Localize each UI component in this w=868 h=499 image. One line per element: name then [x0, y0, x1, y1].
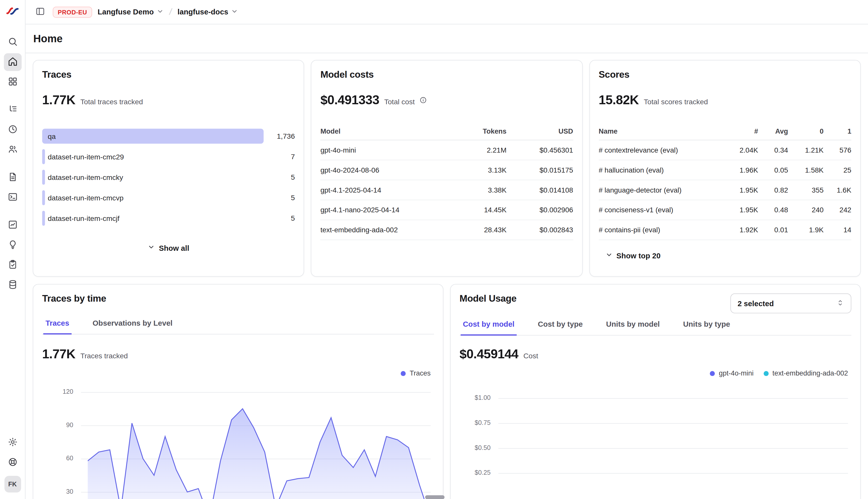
show-all-button[interactable]: Show all [142, 240, 195, 256]
sidebar-item-dashboards[interactable] [3, 73, 21, 91]
y-tick-label: 30 [42, 488, 73, 495]
breadcrumb-separator: / [169, 6, 173, 18]
table-cell: 14 [824, 220, 852, 240]
gridline: $1.00 [498, 398, 848, 399]
legend-item: gpt-4o-mini [710, 369, 753, 377]
trace-bar-row[interactable]: dataset-run-item-cmcjf5 [42, 211, 295, 226]
lifebuoy-icon [8, 457, 17, 468]
bar-fill [42, 211, 45, 226]
table-cell: 25 [824, 160, 852, 180]
table-cell: gpt-4.1-nano-2025-04-14 [320, 200, 443, 220]
scores-metric-label: Total scores tracked [644, 98, 708, 106]
table-cell: 576 [824, 141, 852, 160]
page-title: Home [33, 33, 63, 45]
tab-cost-by-type[interactable]: Cost by type [536, 319, 585, 336]
table-cell: 0.48 [758, 200, 788, 220]
file-text-icon [8, 172, 17, 183]
trace-bar-row[interactable]: dataset-run-item-cmcvp5 [42, 190, 295, 205]
traces-by-time-title: Traces by time [42, 293, 434, 304]
sidebar-item-evaluations[interactable] [3, 256, 21, 274]
legend-dot [763, 371, 769, 376]
sidebar-item-search[interactable] [3, 33, 21, 51]
sidebar-item-datasets[interactable] [3, 276, 21, 294]
table-row[interactable]: gpt-4o-mini2.21M$0.456301 [320, 141, 573, 160]
trace-bar-row[interactable]: dataset-run-item-cmc297 [42, 149, 295, 164]
environment-badge[interactable]: PROD-EU [53, 6, 92, 17]
table-row[interactable]: # hallucination (eval)1.96K0.051.58K25 [598, 160, 851, 180]
sidebar-item-queries[interactable] [3, 216, 21, 234]
sidebar-item-home[interactable] [3, 53, 21, 71]
app-viewport: FK PROD-EU Langfuse Demo / langfuse-docs… [0, 0, 868, 499]
langfuse-logo [6, 5, 19, 17]
table-cell: 0.05 [758, 160, 788, 180]
table-cell: $0.002843 [507, 220, 573, 240]
main-area: PROD-EU Langfuse Demo / langfuse-docs Ho… [26, 0, 868, 499]
sidebar-toggle-button[interactable] [33, 4, 47, 20]
sidebar: FK [0, 0, 26, 499]
legend-item: text-embedding-ada-002 [763, 369, 848, 377]
gridline: $0.25 [498, 473, 848, 474]
legend-dot [401, 371, 406, 376]
model-costs-metric: $0.491333 [320, 93, 379, 108]
sidebar-item-annotations[interactable] [3, 236, 21, 254]
sidebar-item-sessions[interactable] [3, 121, 21, 139]
scores-card-title: Scores [598, 69, 851, 81]
table-header-row: ModelTokensUSD [320, 123, 573, 141]
model-select[interactable]: 2 selected [730, 293, 851, 313]
column-header: 0 [788, 123, 823, 140]
y-tick-label: $0.75 [460, 419, 491, 426]
org-switcher[interactable]: Langfuse Demo [97, 8, 164, 16]
scrollbar-thumb[interactable] [425, 495, 445, 499]
tab-units-by-type[interactable]: Units by type [681, 319, 732, 336]
trace-bar-row[interactable]: qa1,736 [42, 129, 295, 144]
trace-bar-row[interactable]: dataset-run-item-cmcky5 [42, 170, 295, 185]
table-row[interactable]: # contextrelevance (eval)2.04K0.341.21K5… [598, 141, 851, 160]
traces-by-time-card: Traces by time Traces Observations by Le… [33, 284, 443, 499]
table-row[interactable]: # language-detector (eval)1.95K0.823551.… [598, 180, 851, 200]
tab-traces[interactable]: Traces [43, 318, 71, 334]
table-cell: 28.43K [443, 220, 507, 240]
sidebar-item-users[interactable] [3, 141, 21, 159]
table-row[interactable]: gpt-4.1-nano-2025-04-1414.45K$0.002906 [320, 200, 573, 220]
info-icon[interactable] [420, 96, 427, 104]
gridline: $0.50 [498, 448, 848, 449]
table-cell: 3.38K [443, 180, 507, 200]
legend-label: gpt-4o-mini [719, 369, 753, 377]
table-cell: 242 [824, 200, 852, 220]
table-row[interactable]: gpt-4o-2024-08-063.13K$0.015175 [320, 160, 573, 180]
page-title-bar: Home [26, 24, 868, 53]
project-switcher[interactable]: langfuse-docs [178, 8, 238, 16]
tab-cost-by-model[interactable]: Cost by model [461, 319, 516, 336]
column-header: Tokens [443, 123, 507, 140]
sidebar-item-playground[interactable] [3, 188, 21, 206]
traces-by-time-metric: 1.77K [42, 347, 75, 362]
table-cell: 1.92K [727, 220, 758, 240]
chevron-down-icon [156, 8, 164, 16]
table-row[interactable]: gpt-4.1-2025-04-143.38K$0.014108 [320, 180, 573, 200]
bar-value: 5 [270, 214, 295, 222]
table-cell: $0.015175 [507, 160, 573, 180]
y-tick-label: $1.00 [460, 394, 491, 401]
gear-icon [8, 437, 17, 448]
dashboard-content: Traces 1.77K Total traces tracked qa1,73… [26, 53, 868, 499]
avatar[interactable]: FK [4, 476, 21, 493]
sidebar-item-settings[interactable] [3, 434, 21, 451]
bar-fill [42, 129, 264, 144]
y-tick-label: 120 [42, 388, 73, 395]
table-cell: 2.21M [443, 141, 507, 160]
table-cell: gpt-4o-mini [320, 141, 443, 160]
column-header: Avg [758, 123, 788, 140]
model-select-value: 2 selected [738, 299, 774, 307]
traces-chart-legend: Traces [42, 369, 434, 377]
sidebar-item-support[interactable] [3, 454, 21, 472]
sidebar-item-tracing[interactable] [3, 101, 21, 119]
sidebar-item-prompts[interactable] [3, 169, 21, 186]
model-costs-card-title: Model costs [320, 69, 573, 81]
table-row[interactable]: # contains-pii (eval)1.92K0.011.9K14 [598, 220, 851, 240]
table-row[interactable]: text-embedding-ada-00228.43K$0.002843 [320, 220, 573, 240]
show-top-20-button[interactable]: Show top 20 [600, 248, 666, 264]
tab-units-by-model[interactable]: Units by model [604, 319, 662, 336]
tab-observations-by-level[interactable]: Observations by Level [91, 318, 175, 334]
table-row[interactable]: # conciseness-v1 (eval)1.95K0.48240242 [598, 200, 851, 220]
show-all-label: Show all [159, 244, 189, 252]
